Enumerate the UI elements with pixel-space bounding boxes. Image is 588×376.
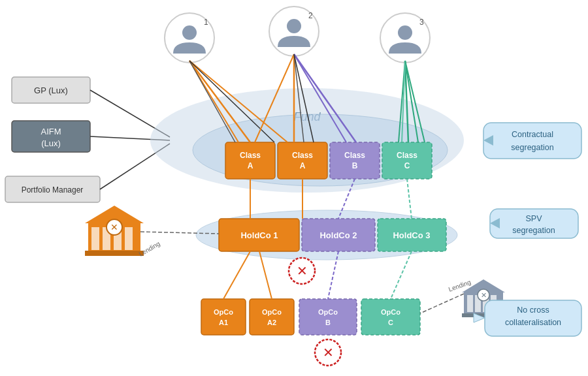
pm-label: Portfolio Manager [22,185,84,195]
opco-a2-box [250,299,294,335]
nocross-label1: No cross [517,306,549,315]
investor1-number: 1 [204,18,208,27]
opco-b-box [299,299,357,335]
class-a2-sub: A [300,161,306,170]
class-c-sub: C [404,161,410,170]
opco-c-box [361,299,420,335]
svg-text:✕: ✕ [297,264,308,278]
class-a2-label: Class [292,151,313,160]
class-a2-box [278,142,327,179]
holdco3-label: HoldCo 3 [393,230,430,240]
opco-a2-sub: A2 [267,319,276,326]
gp-label: GP (Lux) [34,86,68,95]
svg-point-5 [398,25,412,40]
spv-label1: SPV [525,214,542,223]
aifm-label2: (Lux) [41,138,61,148]
investor2-number: 2 [308,11,313,20]
class-a1-label: Class [240,151,261,160]
bank1-icon: ✕ [85,206,144,256]
opco-c-label: OpCo [381,308,400,316]
contractual-label1: Contractual [512,130,553,139]
svg-point-4 [287,19,301,33]
class-b-sub: B [352,161,358,170]
opco-b-sub: B [325,319,331,326]
svg-line-37 [223,251,250,299]
contractual-box [483,123,581,159]
class-a1-box [225,142,275,179]
opco-b-label: OpCo [318,308,338,316]
opco-a2-label: OpCo [262,308,282,316]
contractual-label2: segregation [511,143,553,152]
svg-line-51 [420,294,464,313]
diagram: GP (Lux) AIFM (Lux) Portfolio Manager Fu… [0,0,588,376]
investor3-number: 3 [419,18,424,27]
svg-line-40 [391,251,412,299]
bank1-lending-label: Lending [138,240,161,257]
svg-line-25 [407,179,412,219]
class-b-box [330,142,380,179]
opco-c-sub: C [388,319,393,326]
svg-line-38 [259,251,272,299]
class-c-label: Class [397,151,417,160]
svg-rect-30 [125,227,133,250]
opco-a1-label: OpCo [214,308,233,316]
svg-rect-43 [467,295,473,312]
svg-point-3 [182,25,197,40]
holdco1-label: HoldCo 1 [240,230,278,240]
class-c-box [382,142,432,179]
spv-label2: segregation [512,226,555,235]
nocross-label2: collateralisation [505,318,561,327]
svg-text:✕: ✕ [481,291,487,299]
class-a1-sub: A [248,161,253,170]
svg-rect-32 [85,251,144,256]
opco-a1-sub: A1 [219,319,228,326]
opco-a1-box [201,299,246,335]
svg-rect-27 [91,227,99,250]
class-b-label: Class [344,151,365,160]
svg-text:✕: ✕ [110,222,118,232]
aifm-label: AIFM [41,127,61,136]
holdco2-label: HoldCo 2 [319,230,357,240]
svg-text:✕: ✕ [323,345,334,360]
